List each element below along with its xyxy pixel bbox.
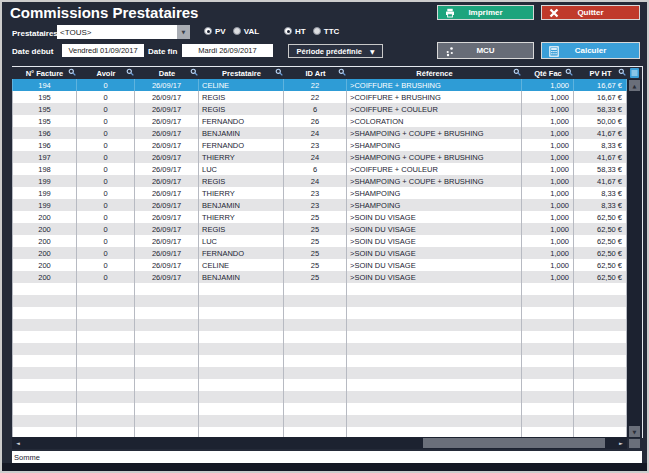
table-cell: 1,000 [522, 247, 574, 259]
scroll-down-icon[interactable]: ▼ [629, 426, 640, 437]
table-row[interactable]: 196026/09/17FERNANDO23>SHAMPOING1,0008,3… [12, 139, 627, 151]
table-row[interactable]: 195026/09/17FERNANDO26>COLORATION1,00050… [12, 115, 627, 127]
table-cell: 1,000 [522, 139, 574, 151]
vertical-scroll-track[interactable] [627, 92, 642, 425]
chevron-down-icon[interactable]: ▼ [177, 25, 190, 39]
page-title: Commissions Prestataires [10, 4, 198, 21]
table-row[interactable]: 200026/09/17BENJAMIN25>SOIN DU VISAGE1,0… [12, 271, 627, 283]
table-row[interactable]: 199026/09/17BENJAMIN23>SHAMPOING1,0008,3… [12, 199, 627, 211]
mcu-label: MCU [476, 46, 494, 55]
table-row[interactable]: 199026/09/17THIERRY23>SHAMPOING1,0008,33… [12, 187, 627, 199]
date-fin-input[interactable] [182, 44, 273, 57]
table-row[interactable]: 196026/09/17BENJAMIN24>SHAMPOING + COUPE… [12, 127, 627, 139]
magnifier-icon[interactable] [513, 68, 521, 76]
horizontal-scroll-track[interactable] [24, 437, 615, 449]
table-cell: 26/09/17 [135, 235, 199, 247]
table-cell: 26/09/17 [135, 163, 199, 175]
radio-circle-icon[interactable] [313, 27, 321, 35]
table-cell: >SOIN DU VISAGE [347, 223, 522, 235]
table-row[interactable]: 200026/09/17THIERRY25>SOIN DU VISAGE1,00… [12, 211, 627, 223]
magnifier-icon[interactable] [275, 68, 283, 76]
table-cell: 1,000 [522, 79, 574, 91]
radio-circle-icon[interactable] [233, 27, 241, 35]
table-cell: 62,50 € [574, 223, 627, 235]
table-row[interactable]: 199026/09/17REGIS24>SHAMPOING + COUPE + … [12, 175, 627, 187]
table-row[interactable]: 197026/09/17THIERRY24>SHAMPOING + COUPE … [12, 151, 627, 163]
table-row[interactable]: 200026/09/17REGIS25>SOIN DU VISAGE1,0006… [12, 223, 627, 235]
radio-label: VAL [244, 27, 259, 36]
table-row[interactable]: 195026/09/17REGIS22>COIFFURE + BRUSHING1… [12, 91, 627, 103]
table-cell: 24 [284, 151, 347, 163]
column-header-pv-ht[interactable]: PV HT [574, 67, 627, 79]
table-cell: 58,33 € [574, 103, 627, 115]
radio-val[interactable]: VAL [233, 27, 259, 36]
table-cell: 8,33 € [574, 199, 627, 211]
scroll-right-icon[interactable]: ► [615, 437, 627, 449]
quitter-button[interactable]: Quitter [541, 5, 640, 20]
somme-bar: Somme [12, 451, 642, 463]
column-header-prestataire[interactable]: Prestataire [199, 67, 284, 79]
table-row[interactable]: 200026/09/17FERNANDO25>SOIN DU VISAGE1,0… [12, 247, 627, 259]
radio-pv[interactable]: PV [204, 27, 226, 36]
table-cell: >SOIN DU VISAGE [347, 247, 522, 259]
magnifier-icon[interactable] [338, 68, 346, 76]
periode-predefinie-button[interactable]: Période prédéfinie ▼ [288, 44, 383, 58]
scroll-up-icon[interactable]: ▲ [629, 80, 640, 91]
imprimer-label: Imprimer [468, 8, 502, 17]
calculer-button[interactable]: Calculer [541, 42, 640, 59]
table-cell: 1,000 [522, 271, 574, 283]
table-cell: 1,000 [522, 223, 574, 235]
triangle-down-icon: ▼ [370, 48, 375, 55]
table-row[interactable]: 198026/09/17LUC6>COIFFURE + COULEUR1,000… [12, 163, 627, 175]
column-header-r-f-rence[interactable]: Référence [347, 67, 522, 79]
grid-icon[interactable] [627, 67, 642, 79]
table-cell: 26/09/17 [135, 187, 199, 199]
bottom-bar [2, 463, 649, 473]
table-cell: 200 [12, 271, 77, 283]
radio-ttc[interactable]: TTC [313, 27, 340, 36]
table-cell: 1,000 [522, 259, 574, 271]
table-row[interactable]: 194026/09/17CELINE22>COIFFURE + BRUSHING… [12, 79, 627, 91]
scroll-left-icon[interactable]: ◄ [12, 437, 24, 449]
somme-label: Somme [14, 453, 40, 462]
magnifier-icon[interactable] [565, 68, 573, 76]
column-header-label: ID Art [305, 69, 325, 78]
horizontal-scrollbar[interactable]: ◄ ► [12, 437, 627, 449]
filler-column [347, 283, 522, 438]
prestataires-input[interactable] [57, 25, 177, 39]
mcu-button[interactable]: MCU [437, 42, 534, 59]
column-header-date[interactable]: Date [135, 67, 199, 79]
radio-circle-icon[interactable] [284, 27, 292, 35]
date-fin-label: Date fin [148, 47, 177, 56]
table-cell: 41,67 € [574, 151, 627, 163]
table-cell: 0 [77, 235, 135, 247]
imprimer-button[interactable]: Imprimer [437, 5, 534, 20]
vertical-scrollbar[interactable]: ▲ ▼ [627, 79, 642, 438]
table-row[interactable]: 195026/09/17REGIS6>COIFFURE + COULEUR1,0… [12, 103, 627, 115]
table-cell: 200 [12, 223, 77, 235]
table-cell: 26/09/17 [135, 199, 199, 211]
table-row[interactable]: 200026/09/17CELINE25>SOIN DU VISAGE1,000… [12, 259, 627, 271]
radio-label: TTC [324, 27, 340, 36]
table-cell: 25 [284, 235, 347, 247]
magnifier-icon[interactable] [126, 68, 134, 76]
table-row[interactable]: 200026/09/17LUC25>SOIN DU VISAGE1,00062,… [12, 235, 627, 247]
horizontal-scroll-thumb[interactable] [423, 438, 605, 448]
radio-ht[interactable]: HT [284, 27, 306, 36]
table-cell: THIERRY [199, 187, 284, 199]
prestataires-combobox[interactable]: ▼ [57, 25, 190, 39]
magnifier-icon[interactable] [190, 68, 198, 76]
column-header-n-facture[interactable]: N° Facture [12, 67, 77, 79]
magnifier-icon[interactable] [68, 68, 76, 76]
table-cell: 16,67 € [574, 91, 627, 103]
column-header-qt-fac[interactable]: Qté Fac [522, 67, 574, 79]
radio-circle-icon[interactable] [204, 27, 212, 35]
table-cell: 26/09/17 [135, 175, 199, 187]
column-header-id-art[interactable]: ID Art [284, 67, 347, 79]
magnifier-icon[interactable] [618, 68, 626, 76]
table-cell: 0 [77, 199, 135, 211]
table-cell: 50,00 € [574, 115, 627, 127]
column-header-avoir[interactable]: Avoir [77, 67, 135, 79]
date-debut-input[interactable] [62, 44, 144, 57]
table-cell: REGIS [199, 223, 284, 235]
